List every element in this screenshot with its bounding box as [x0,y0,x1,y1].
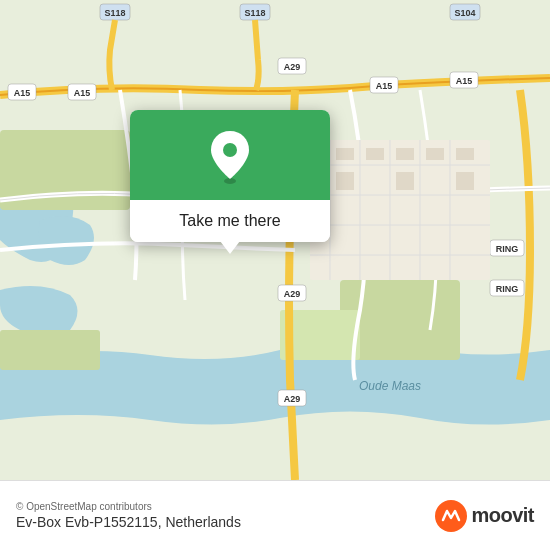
bottom-left: © OpenStreetMap contributors Ev-Box Evb-… [16,501,241,530]
svg-text:RING: RING [496,284,519,294]
svg-rect-31 [310,140,490,280]
location-label: Ev-Box Evb-P1552115, Netherlands [16,514,241,530]
svg-text:A15: A15 [74,88,91,98]
svg-text:S118: S118 [244,8,265,18]
map-container: A15 A15 A15 A15 S118 S118 S104 A29 A29 A… [0,0,550,480]
svg-text:S104: S104 [454,8,475,18]
svg-rect-43 [366,148,384,160]
svg-text:A29: A29 [284,289,301,299]
svg-text:A29: A29 [284,394,301,404]
copyright-text: © OpenStreetMap contributors [16,501,241,512]
svg-text:A15: A15 [14,88,31,98]
svg-point-52 [223,143,237,157]
svg-rect-45 [426,148,444,160]
moovit-logo: moovit [435,500,534,532]
svg-rect-4 [0,330,100,370]
location-pin-icon [207,129,253,185]
svg-rect-50 [456,172,474,190]
popup-green-area [130,110,330,200]
svg-text:A15: A15 [376,81,393,91]
svg-text:A29: A29 [284,62,301,72]
take-me-there-button[interactable]: Take me there [130,200,330,242]
svg-text:Oude Maas: Oude Maas [359,379,421,393]
svg-text:A15: A15 [456,76,473,86]
moovit-text: moovit [471,504,534,527]
svg-rect-44 [396,148,414,160]
svg-rect-49 [396,172,414,190]
svg-text:RING: RING [496,244,519,254]
bottom-bar: © OpenStreetMap contributors Ev-Box Evb-… [0,480,550,550]
svg-rect-46 [456,148,474,160]
moovit-icon [435,500,467,532]
popup-card: Take me there [130,110,330,242]
svg-text:S118: S118 [104,8,125,18]
svg-rect-42 [336,148,354,160]
svg-rect-48 [336,172,354,190]
